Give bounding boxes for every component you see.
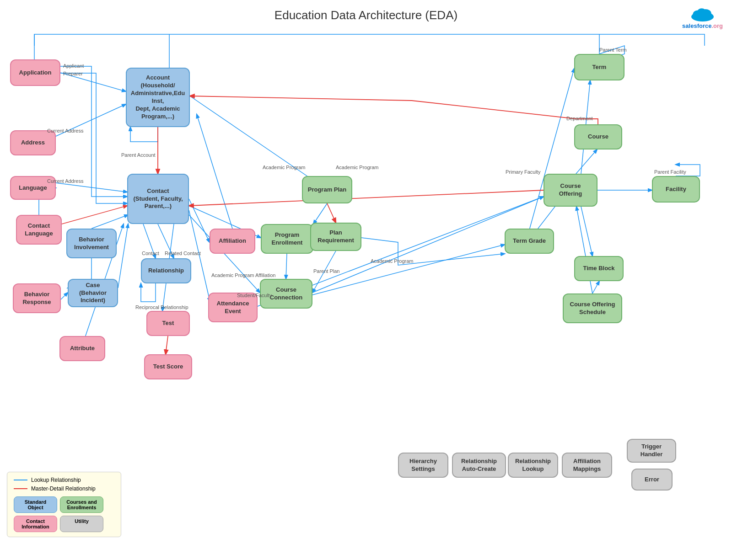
conn-label-5: Academic Program — [263, 165, 306, 170]
node-test_score: Test Score — [144, 354, 192, 379]
diagram-container: Education Data Architecture (EDA) salesf… — [0, 0, 732, 560]
node-affiliation: Affiliation — [210, 229, 255, 254]
node-application: Application — [10, 59, 60, 86]
legend-red-line — [14, 488, 27, 489]
node-address: Address — [10, 130, 56, 155]
node-contact_language: Contact Language — [16, 215, 62, 245]
legend: Lookup Relationship Master-Detail Relati… — [7, 472, 121, 537]
conn-label-0: Applicant — [63, 63, 84, 69]
node-course_offering_schedule: Course Offering Schedule — [563, 293, 622, 323]
salesforce-cloud-icon — [690, 5, 715, 21]
node-attribute: Attribute — [59, 336, 105, 361]
conn-label-16: Parent Term — [599, 47, 627, 53]
conn-label-4: Parent Account — [121, 152, 156, 158]
salesforce-text: salesforce.org — [682, 22, 723, 29]
node-test: Test — [146, 311, 190, 336]
node-course: Course — [574, 124, 622, 149]
conn-label-3: Current Address — [47, 178, 83, 184]
conn-label-1: Preparer — [63, 71, 83, 76]
conn-label-8: Related Contact — [165, 251, 201, 256]
node-contact: Contact (Student, Faculty, Parent,...) — [127, 174, 189, 224]
conn-label-10: Academic Program Affiliation — [211, 272, 275, 278]
node-behavior_response: Behavior Response — [13, 283, 61, 313]
conn-label-2: Current Address — [47, 128, 83, 133]
conn-label-14: Primary Faculty — [506, 169, 540, 175]
legend-boxes: Standard ObjectCourses and EnrollmentsCo… — [14, 496, 114, 532]
legend-box-pink: Contact Information — [14, 516, 57, 532]
legend-box-gray: Utility — [60, 516, 103, 532]
node-error: Error — [631, 469, 673, 491]
node-course_offering: Course Offering — [544, 174, 597, 207]
node-program_enrollment: Program Enrollment — [261, 224, 313, 254]
node-time_block: Time Block — [574, 256, 624, 281]
legend-box-blue: Standard Object — [14, 496, 57, 513]
conn-label-15: Department — [566, 116, 592, 121]
legend-blue-line — [14, 480, 27, 480]
node-facility: Facility — [652, 176, 700, 203]
page-title: Education Data Architecture (EDA) — [274, 8, 458, 22]
legend-box-green: Courses and Enrollments — [60, 496, 103, 513]
conn-label-12: Parent Plan — [313, 268, 339, 274]
node-trigger_handler: Trigger Handler — [627, 439, 676, 463]
conn-label-6: Academic Program — [336, 165, 379, 170]
legend-lookup-text: Lookup Relationship — [31, 477, 81, 483]
node-case: Case (Behavior Incident) — [68, 279, 118, 307]
conn-label-13: Academic Program — [371, 258, 414, 264]
node-account: Account (Household/ Administrative,Edu I… — [126, 68, 190, 127]
salesforce-logo: salesforce.org — [682, 5, 723, 29]
conn-label-7: Contact — [142, 251, 159, 256]
conn-label-17: Parent Facility — [654, 169, 686, 175]
node-relationship_auto_create: Relationship Auto-Create — [452, 453, 506, 478]
conn-label-11: Student/Faculty — [237, 293, 272, 298]
node-relationship: Relationship — [141, 258, 191, 283]
legend-masterdetail-text: Master-Detail Relationship — [31, 485, 96, 492]
node-relationship_lookup: Relationship Lookup — [508, 453, 558, 478]
node-hierarchy_settings: Hierarchy Settings — [398, 453, 448, 478]
legend-lookup: Lookup Relationship — [14, 477, 114, 483]
node-plan_requirement: Plan Requirement — [310, 223, 361, 251]
conn-label-9: Reciprocal Relationship — [135, 304, 188, 310]
node-term_grade: Term Grade — [505, 229, 554, 254]
node-program_plan: Program Plan — [302, 176, 352, 203]
node-term: Term — [574, 54, 624, 80]
svg-point-3 — [697, 8, 706, 16]
node-affiliation_mappings: Affiliation Mappings — [562, 453, 612, 478]
legend-masterdetail: Master-Detail Relationship — [14, 485, 114, 492]
node-behavior_involvement: Behavior Involvement — [66, 229, 117, 258]
